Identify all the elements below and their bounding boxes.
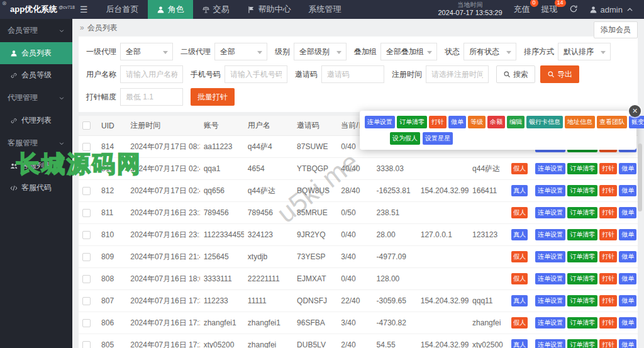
sidebar-group[interactable]: 代理管理 xyxy=(0,86,72,109)
add-member-button[interactable]: 添加会员 xyxy=(594,21,638,38)
popup-action-button[interactable]: 等级 xyxy=(468,116,486,128)
filter-select[interactable]: 全部 xyxy=(214,43,267,60)
select-all-checkbox[interactable] xyxy=(82,121,91,130)
row-action-button[interactable]: 连单设置 xyxy=(535,317,565,328)
row-action-button[interactable]: 订单清零 xyxy=(567,273,597,284)
sidebar-group[interactable]: 会员管理 xyxy=(0,19,72,42)
row-action-button[interactable]: 打针 xyxy=(599,295,617,306)
filter-select[interactable]: 全部 xyxy=(120,43,173,60)
status-tag: 真人 xyxy=(511,339,528,348)
popup-action-button[interactable]: 账变 xyxy=(629,116,644,128)
popup-action-button[interactable]: 编辑 xyxy=(507,116,525,128)
row-checkbox[interactable] xyxy=(82,341,91,348)
filter-select[interactable]: 所有状态 xyxy=(464,43,516,60)
filter-input[interactable] xyxy=(321,65,384,83)
row-action-button[interactable]: 做单 xyxy=(619,185,636,196)
filter-select[interactable]: 默认排序 xyxy=(558,43,611,60)
row-action-button[interactable]: 订单清零 xyxy=(567,295,597,306)
row-action-button[interactable]: 做单 xyxy=(619,317,636,328)
row-action-button[interactable]: 订单清零 xyxy=(567,339,597,348)
filter-input[interactable] xyxy=(120,65,183,83)
row-checkbox[interactable] xyxy=(82,187,91,195)
popup-action-button[interactable]: 查看团队 xyxy=(597,116,627,128)
sidebar-item[interactable]: 会员列表 xyxy=(0,42,72,64)
sidebar-item[interactable]: 客服代码 xyxy=(0,177,72,199)
scrollbar-thumb[interactable] xyxy=(638,143,642,211)
top-menu-item[interactable]: 交易 xyxy=(193,0,238,19)
popup-action-button[interactable]: 做单 xyxy=(448,116,466,128)
search-button[interactable]: 搜索 xyxy=(496,65,535,83)
popup-action-button[interactable]: 连单设置 xyxy=(365,116,395,128)
row-checkbox[interactable] xyxy=(82,165,91,173)
row-action-button[interactable]: 订单清零 xyxy=(567,229,597,240)
filter-select[interactable]: 全部级别 xyxy=(294,43,347,60)
row-checkbox[interactable] xyxy=(82,253,91,261)
row-action-button[interactable]: 做单 xyxy=(619,339,636,348)
row-action-button[interactable]: 做单 xyxy=(619,207,636,218)
row-action-button[interactable]: 做单 xyxy=(619,229,636,240)
row-action-button[interactable]: 连单设置 xyxy=(535,339,565,348)
popup-action-button[interactable]: 打针 xyxy=(429,116,447,128)
recharge-link[interactable]: 充值 0 xyxy=(514,4,530,15)
row-checkbox[interactable] xyxy=(82,275,91,283)
popup-action-button[interactable]: 设为假人 xyxy=(390,132,420,145)
sidebar-group[interactable]: 客服管理 xyxy=(0,132,72,155)
export-button[interactable]: 导出 xyxy=(540,65,579,83)
popup-close-icon[interactable]: ✕ xyxy=(629,105,641,117)
needle-input[interactable] xyxy=(120,88,183,106)
row-action-button[interactable]: 订单清零 xyxy=(567,317,597,328)
row-action-button[interactable]: 打针 xyxy=(599,229,617,240)
batch-needle-button[interactable]: 批量打针 xyxy=(191,88,235,106)
popup-action-button[interactable]: 订单清零 xyxy=(397,116,427,128)
row-action-button[interactable]: 打针 xyxy=(599,163,617,174)
cell-register-time: 2024年07月16日 23:17:21 xyxy=(126,224,199,246)
row-action-button[interactable]: 连单设置 xyxy=(535,295,565,306)
row-action-button[interactable]: 连单设置 xyxy=(535,207,565,218)
filter-select[interactable]: 全部叠加组 xyxy=(380,43,437,60)
top-menu-item[interactable]: 系统管理 xyxy=(300,0,350,19)
admin-menu[interactable]: admin xyxy=(589,5,634,14)
top-menu-item[interactable]: 帮助中心 xyxy=(238,0,300,19)
row-action-button[interactable]: 连单设置 xyxy=(535,273,565,284)
filter-input[interactable] xyxy=(225,65,287,83)
row-action-button[interactable]: 打针 xyxy=(599,185,617,196)
needle-label: 打针幅度 xyxy=(86,92,116,103)
row-action-button[interactable]: 连单设置 xyxy=(535,163,565,174)
row-action-button[interactable]: 连单设置 xyxy=(535,185,565,196)
row-action-button[interactable]: 连单设置 xyxy=(535,251,565,262)
popup-action-button[interactable]: 地址信息 xyxy=(565,116,595,128)
hamburger-menu-icon[interactable]: ☰ xyxy=(70,4,97,14)
withdraw-link[interactable]: 提现 14 xyxy=(541,4,558,15)
row-action-button[interactable]: 做单 xyxy=(619,251,636,262)
row-action-button[interactable]: 连单设置 xyxy=(535,229,565,240)
row-action-button[interactable]: 打针 xyxy=(599,339,617,348)
row-action-button[interactable]: 订单清零 xyxy=(567,163,597,174)
filter-input[interactable] xyxy=(426,65,489,83)
cell-balance: -4977.09 xyxy=(373,246,417,268)
row-checkbox[interactable] xyxy=(82,143,91,151)
refresh-icon[interactable] xyxy=(569,4,578,15)
popup-action-button[interactable]: 余额 xyxy=(487,116,505,128)
row-action-button[interactable]: 打针 xyxy=(599,273,617,284)
row-action-button[interactable]: 做单 xyxy=(619,273,636,284)
sidebar-item[interactable]: 代理列表 xyxy=(0,109,72,132)
row-action-button[interactable]: 打针 xyxy=(599,317,617,328)
top-menu-item[interactable]: 角色 xyxy=(148,0,193,19)
row-action-button[interactable]: 打针 xyxy=(599,207,617,218)
sidebar-item[interactable]: 客服列表 xyxy=(0,155,72,177)
row-action-button[interactable]: 订单清零 xyxy=(567,251,597,262)
row-checkbox[interactable] xyxy=(82,319,91,327)
row-checkbox[interactable] xyxy=(82,231,91,239)
sidebar-item[interactable]: 会员等级 xyxy=(0,64,72,86)
popup-action-button[interactable]: 银行卡信息 xyxy=(526,116,563,128)
row-action-button[interactable]: 做单 xyxy=(619,295,636,306)
row-action-button[interactable]: 打针 xyxy=(599,251,617,262)
filter-label: 用户名称 xyxy=(86,69,116,80)
row-action-button[interactable]: 订单清零 xyxy=(567,207,597,218)
popup-action-button[interactable]: 设置星星 xyxy=(423,132,453,145)
row-action-button[interactable]: 做单 xyxy=(619,163,636,174)
row-checkbox[interactable] xyxy=(82,297,91,305)
row-checkbox[interactable] xyxy=(82,209,91,217)
row-action-button[interactable]: 订单清零 xyxy=(567,185,597,196)
top-menu-item[interactable]: 后台首页 xyxy=(97,0,148,19)
